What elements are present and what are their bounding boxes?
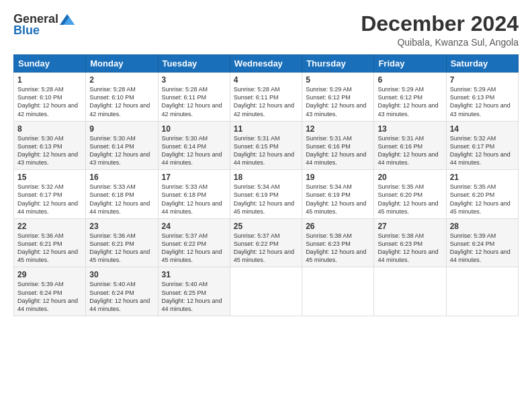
- calendar-cell-27: 27Sunrise: 5:38 AMSunset: 6:23 PMDayligh…: [374, 218, 446, 267]
- cell-info: Sunrise: 5:35 AMSunset: 6:20 PMDaylight:…: [378, 183, 438, 214]
- day-number: 20: [378, 173, 442, 182]
- empty-cell: [302, 267, 374, 316]
- cell-info: Sunrise: 5:31 AMSunset: 6:15 PMDaylight:…: [234, 135, 294, 166]
- day-number: 2: [89, 75, 154, 85]
- day-number: 8: [17, 124, 82, 134]
- calendar-week-2: 8Sunrise: 5:30 AMSunset: 6:13 PMDaylight…: [14, 121, 519, 170]
- day-number: 7: [450, 75, 515, 85]
- day-number: 21: [450, 173, 515, 182]
- weekday-header-saturday: Saturday: [446, 55, 518, 73]
- cell-info: Sunrise: 5:29 AMSunset: 6:12 PMDaylight:…: [378, 86, 438, 117]
- weekday-header-tuesday: Tuesday: [158, 55, 230, 73]
- cell-info: Sunrise: 5:39 AMSunset: 6:24 PMDaylight:…: [450, 232, 511, 263]
- calendar-cell-23: 23Sunrise: 5:36 AMSunset: 6:21 PMDayligh…: [86, 218, 158, 267]
- calendar-cell-29: 29Sunrise: 5:39 AMSunset: 6:24 PMDayligh…: [14, 267, 86, 316]
- calendar-cell-22: 22Sunrise: 5:36 AMSunset: 6:21 PMDayligh…: [14, 218, 86, 267]
- day-number: 31: [162, 270, 226, 279]
- day-number: 10: [162, 124, 226, 134]
- calendar-cell-24: 24Sunrise: 5:37 AMSunset: 6:22 PMDayligh…: [158, 218, 230, 267]
- calendar-cell-18: 18Sunrise: 5:34 AMSunset: 6:19 PMDayligh…: [230, 170, 302, 219]
- logo: General Blue: [13, 12, 75, 38]
- day-number: 13: [378, 124, 442, 134]
- cell-info: Sunrise: 5:30 AMSunset: 6:13 PMDaylight:…: [17, 135, 78, 166]
- day-number: 11: [234, 124, 298, 134]
- empty-cell: [374, 267, 446, 316]
- cell-info: Sunrise: 5:32 AMSunset: 6:17 PMDaylight:…: [17, 183, 78, 214]
- day-number: 4: [234, 75, 298, 85]
- day-number: 12: [306, 124, 370, 134]
- cell-info: Sunrise: 5:34 AMSunset: 6:19 PMDaylight:…: [306, 183, 366, 214]
- cell-info: Sunrise: 5:36 AMSunset: 6:21 PMDaylight:…: [89, 232, 150, 263]
- day-number: 27: [378, 222, 442, 231]
- cell-info: Sunrise: 5:31 AMSunset: 6:16 PMDaylight:…: [306, 135, 366, 166]
- calendar-cell-15: 15Sunrise: 5:32 AMSunset: 6:17 PMDayligh…: [14, 170, 86, 219]
- cell-info: Sunrise: 5:32 AMSunset: 6:17 PMDaylight:…: [450, 135, 511, 166]
- calendar-cell-8: 8Sunrise: 5:30 AMSunset: 6:13 PMDaylight…: [14, 121, 86, 170]
- calendar-cell-11: 11Sunrise: 5:31 AMSunset: 6:15 PMDayligh…: [230, 121, 302, 170]
- cell-info: Sunrise: 5:33 AMSunset: 6:18 PMDaylight:…: [162, 183, 222, 214]
- calendar-cell-5: 5Sunrise: 5:29 AMSunset: 6:12 PMDaylight…: [302, 73, 374, 122]
- day-number: 1: [17, 75, 82, 85]
- weekday-header-sunday: Sunday: [14, 55, 86, 73]
- calendar-cell-31: 31Sunrise: 5:40 AMSunset: 6:25 PMDayligh…: [158, 267, 230, 316]
- day-number: 9: [89, 124, 154, 134]
- calendar-week-1: 1Sunrise: 5:28 AMSunset: 6:10 PMDaylight…: [14, 73, 519, 122]
- calendar-cell-10: 10Sunrise: 5:30 AMSunset: 6:14 PMDayligh…: [158, 121, 230, 170]
- cell-info: Sunrise: 5:35 AMSunset: 6:20 PMDaylight:…: [450, 183, 511, 214]
- day-number: 29: [17, 270, 82, 279]
- cell-info: Sunrise: 5:34 AMSunset: 6:19 PMDaylight:…: [234, 183, 294, 214]
- day-number: 26: [306, 222, 370, 231]
- cell-info: Sunrise: 5:28 AMSunset: 6:10 PMDaylight:…: [17, 86, 78, 117]
- cell-info: Sunrise: 5:36 AMSunset: 6:21 PMDaylight:…: [17, 232, 78, 263]
- cell-info: Sunrise: 5:30 AMSunset: 6:14 PMDaylight:…: [89, 135, 150, 166]
- calendar-cell-3: 3Sunrise: 5:28 AMSunset: 6:11 PMDaylight…: [158, 73, 230, 122]
- calendar-header-row: SundayMondayTuesdayWednesdayThursdayFrid…: [14, 55, 519, 73]
- weekday-header-wednesday: Wednesday: [230, 55, 302, 73]
- cell-info: Sunrise: 5:39 AMSunset: 6:24 PMDaylight:…: [17, 281, 78, 312]
- calendar-week-4: 22Sunrise: 5:36 AMSunset: 6:21 PMDayligh…: [14, 218, 519, 267]
- calendar-cell-4: 4Sunrise: 5:28 AMSunset: 6:11 PMDaylight…: [230, 73, 302, 122]
- cell-info: Sunrise: 5:38 AMSunset: 6:23 PMDaylight:…: [378, 232, 438, 263]
- cell-info: Sunrise: 5:40 AMSunset: 6:24 PMDaylight:…: [89, 281, 150, 312]
- day-number: 14: [450, 124, 515, 134]
- location: Quibala, Kwanza Sul, Angola: [361, 37, 519, 48]
- calendar-cell-17: 17Sunrise: 5:33 AMSunset: 6:18 PMDayligh…: [158, 170, 230, 219]
- month-title: December 2024: [361, 12, 519, 36]
- day-number: 19: [306, 173, 370, 182]
- logo-icon: [60, 14, 75, 25]
- calendar-cell-20: 20Sunrise: 5:35 AMSunset: 6:20 PMDayligh…: [374, 170, 446, 219]
- cell-info: Sunrise: 5:33 AMSunset: 6:18 PMDaylight:…: [89, 183, 150, 214]
- cell-info: Sunrise: 5:31 AMSunset: 6:16 PMDaylight:…: [378, 135, 438, 166]
- weekday-header-friday: Friday: [374, 55, 446, 73]
- calendar-cell-25: 25Sunrise: 5:37 AMSunset: 6:22 PMDayligh…: [230, 218, 302, 267]
- weekday-header-thursday: Thursday: [302, 55, 374, 73]
- calendar-cell-6: 6Sunrise: 5:29 AMSunset: 6:12 PMDaylight…: [374, 73, 446, 122]
- calendar-week-3: 15Sunrise: 5:32 AMSunset: 6:17 PMDayligh…: [14, 170, 519, 219]
- calendar-cell-1: 1Sunrise: 5:28 AMSunset: 6:10 PMDaylight…: [14, 73, 86, 122]
- day-number: 23: [89, 222, 154, 231]
- calendar-cell-12: 12Sunrise: 5:31 AMSunset: 6:16 PMDayligh…: [302, 121, 374, 170]
- empty-cell: [446, 267, 518, 316]
- cell-info: Sunrise: 5:38 AMSunset: 6:23 PMDaylight:…: [306, 232, 366, 263]
- cell-info: Sunrise: 5:29 AMSunset: 6:13 PMDaylight:…: [450, 86, 511, 117]
- cell-info: Sunrise: 5:30 AMSunset: 6:14 PMDaylight:…: [162, 135, 222, 166]
- logo-blue: Blue: [13, 24, 40, 37]
- calendar-cell-16: 16Sunrise: 5:33 AMSunset: 6:18 PMDayligh…: [86, 170, 158, 219]
- cell-info: Sunrise: 5:37 AMSunset: 6:22 PMDaylight:…: [162, 232, 222, 263]
- cell-info: Sunrise: 5:29 AMSunset: 6:12 PMDaylight:…: [306, 86, 366, 117]
- day-number: 28: [450, 222, 515, 231]
- cell-info: Sunrise: 5:40 AMSunset: 6:25 PMDaylight:…: [162, 281, 222, 312]
- calendar-table: SundayMondayTuesdayWednesdayThursdayFrid…: [13, 54, 519, 316]
- calendar-cell-19: 19Sunrise: 5:34 AMSunset: 6:19 PMDayligh…: [302, 170, 374, 219]
- calendar-week-5: 29Sunrise: 5:39 AMSunset: 6:24 PMDayligh…: [14, 267, 519, 316]
- header: General Blue December 2024 Quibala, Kwan…: [13, 12, 519, 48]
- cell-info: Sunrise: 5:28 AMSunset: 6:11 PMDaylight:…: [162, 86, 222, 117]
- day-number: 18: [234, 173, 298, 182]
- day-number: 3: [162, 75, 226, 85]
- title-block: December 2024 Quibala, Kwanza Sul, Angol…: [361, 12, 519, 48]
- day-number: 24: [162, 222, 226, 231]
- cell-info: Sunrise: 5:28 AMSunset: 6:10 PMDaylight:…: [89, 86, 150, 117]
- empty-cell: [230, 267, 302, 316]
- calendar-cell-2: 2Sunrise: 5:28 AMSunset: 6:10 PMDaylight…: [86, 73, 158, 122]
- day-number: 16: [89, 173, 154, 182]
